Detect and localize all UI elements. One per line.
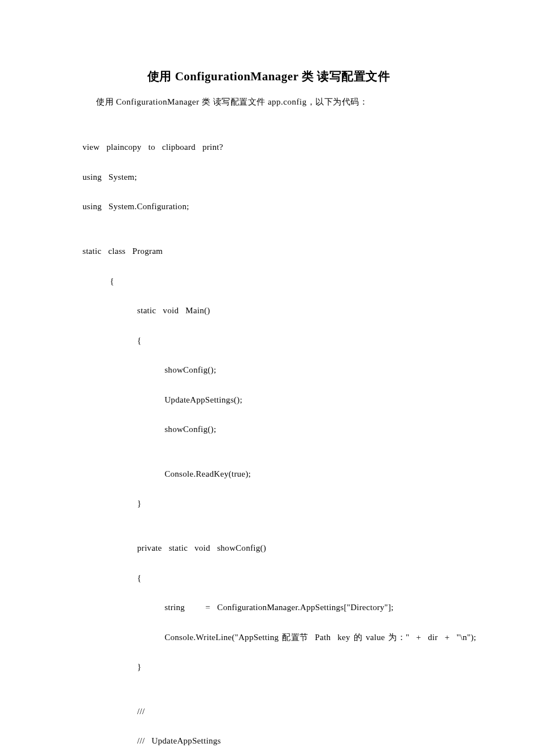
code-line: {: [83, 274, 455, 288]
code-line: Console.ReadKey(true);: [83, 466, 455, 481]
code-line: view plaincopy to clipboard print?: [83, 140, 455, 154]
code-line: showConfig();: [83, 422, 455, 437]
code-line: Console.WriteLine("AppSetting 配置节 Path k…: [83, 630, 455, 645]
code-line: string = ConfigurationManager.AppSetting…: [83, 600, 455, 615]
code-line: using System;: [83, 170, 455, 184]
code-line: }: [83, 496, 455, 511]
code-line: static class Program: [83, 244, 455, 258]
code-line: using System.Configuration;: [83, 199, 455, 214]
code-line: ///: [83, 704, 455, 719]
code-line: /// UpdateAppSettings: [83, 733, 455, 748]
code-block: view plaincopy to clipboard print? using…: [83, 125, 455, 756]
code-line: {: [83, 333, 455, 348]
intro-text: 使用 ConfigurationManager 类 读写配置文件 app.con…: [83, 95, 455, 110]
code-line: }: [83, 659, 455, 674]
code-line: private static void showConfig(): [83, 541, 455, 555]
code-line: UpdateAppSettings();: [83, 392, 455, 407]
code-line: showConfig();: [83, 362, 455, 377]
document-title: 使用 ConfigurationManager 类 读写配置文件: [83, 67, 455, 87]
code-line: static void Main(): [83, 303, 455, 318]
code-line: {: [83, 571, 455, 585]
